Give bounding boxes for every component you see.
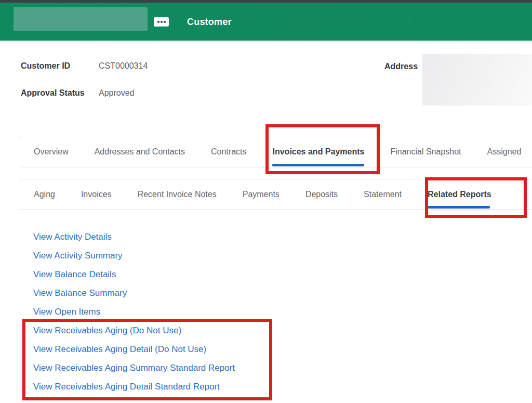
- link-view-receivables-aging-do-not-use[interactable]: View Receivables Aging (Do Not Use): [33, 321, 532, 340]
- link-view-balance-details[interactable]: View Balance Details: [33, 265, 532, 284]
- subtab-deposits[interactable]: Deposits: [305, 179, 338, 209]
- ellipsis-icon: [164, 21, 166, 23]
- tab-contracts[interactable]: Contracts: [211, 136, 246, 167]
- main-tab-strip: Overview Addresses and Contacts Contract…: [20, 136, 532, 167]
- address-label: Address: [384, 61, 418, 72]
- tab-assigned[interactable]: Assigned: [487, 136, 522, 167]
- active-subtab-underline: [428, 206, 490, 209]
- ellipsis-icon: [157, 21, 159, 23]
- link-view-balance-summary[interactable]: View Balance Summary: [33, 284, 532, 303]
- tab-addresses-and-contacts[interactable]: Addresses and Contacts: [95, 136, 185, 167]
- subtab-recent-invoice-notes[interactable]: Recent Invoice Notes: [138, 179, 217, 209]
- tab-overview[interactable]: Overview: [34, 136, 69, 167]
- customer-id-label: Customer ID: [21, 60, 99, 71]
- address-value-redacted: [422, 54, 532, 106]
- ellipsis-icon: [161, 21, 163, 23]
- link-view-open-items[interactable]: View Open Items: [33, 303, 532, 321]
- subtab-related-reports[interactable]: Related Reports: [428, 179, 491, 209]
- summary-fields: Customer ID CST0000314 Approval Status A…: [21, 60, 148, 114]
- tab-invoices-and-payments[interactable]: Invoices and Payments: [272, 136, 364, 167]
- customer-id-row: Customer ID CST0000314: [21, 60, 148, 71]
- customer-name-redacted: [14, 7, 148, 31]
- approval-status-value: Approved: [99, 87, 135, 98]
- subtab-invoices[interactable]: Invoices: [81, 179, 112, 209]
- page-title: Customer: [187, 3, 232, 42]
- related-reports-list: View Activity Details View Activity Summ…: [20, 210, 532, 396]
- link-view-activity-summary[interactable]: View Activity Summary: [33, 246, 532, 265]
- related-actions-button[interactable]: [154, 17, 169, 27]
- subtab-aging[interactable]: Aging: [34, 179, 55, 209]
- link-view-receivables-aging-summary-standard-report[interactable]: View Receivables Aging Summary Standard …: [33, 359, 532, 378]
- app-header: Customer: [0, 3, 532, 42]
- customer-id-value: CST0000314: [99, 60, 148, 71]
- tab-invoices-and-payments-label: Invoices and Payments: [272, 147, 364, 157]
- link-view-activity-details[interactable]: View Activity Details: [33, 228, 532, 246]
- invoices-and-payments-panel: Aging Invoices Recent Invoice Notes Paym…: [20, 179, 532, 403]
- active-tab-underline: [272, 164, 364, 166]
- approval-status-row: Approval Status Approved: [21, 87, 148, 98]
- approval-status-label: Approval Status: [21, 87, 99, 98]
- customer-page: Customer Customer ID CST0000314 Approval…: [0, 0, 532, 403]
- link-view-receivables-aging-detail-standard-report[interactable]: View Receivables Aging Detail Standard R…: [33, 378, 532, 396]
- tab-financial-snapshot[interactable]: Financial Snapshot: [390, 136, 461, 167]
- link-view-receivables-aging-detail-do-not-use[interactable]: View Receivables Aging Detail (Do Not Us…: [33, 340, 532, 359]
- subtab-related-reports-label: Related Reports: [428, 190, 491, 199]
- sub-tab-strip: Aging Invoices Recent Invoice Notes Paym…: [20, 179, 532, 210]
- subtab-payments[interactable]: Payments: [243, 179, 280, 209]
- subtab-statement[interactable]: Statement: [364, 179, 402, 209]
